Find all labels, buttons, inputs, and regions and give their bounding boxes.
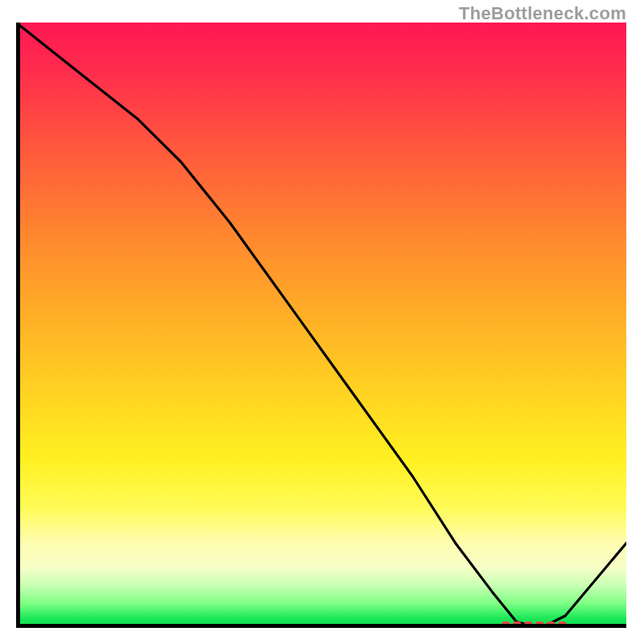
chart-container: TheBottleneck.com — [0, 0, 644, 644]
watermark-text: TheBottleneck.com — [459, 3, 626, 24]
curve-layer — [16, 23, 626, 628]
bottleneck-curve — [16, 23, 626, 628]
plot-area — [16, 23, 626, 628]
